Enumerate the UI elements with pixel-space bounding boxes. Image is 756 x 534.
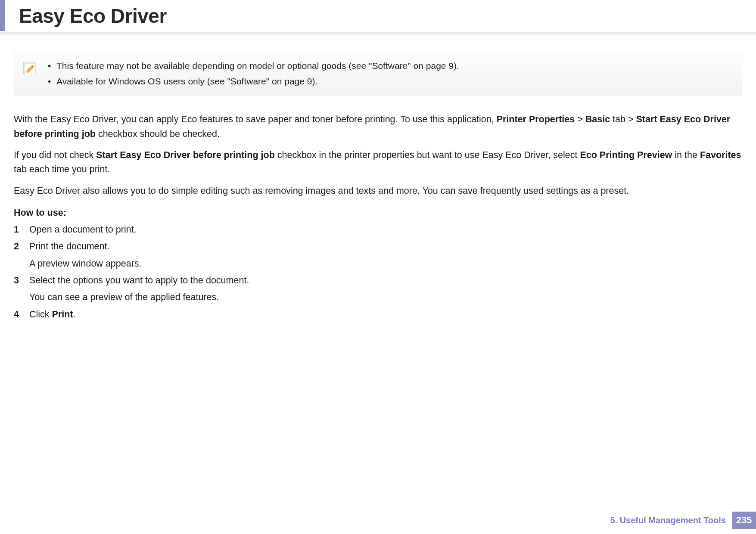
text: in the (672, 150, 700, 160)
note-pencil-icon (22, 60, 37, 75)
text: tab each time you print. (14, 164, 110, 174)
text: > (575, 114, 585, 124)
howto-heading: How to use: (14, 208, 742, 218)
step-number: 1 (14, 223, 23, 237)
step-2-sub: A preview window appears. (29, 257, 742, 271)
text: If you did not check (14, 150, 96, 160)
text: Click (29, 309, 52, 320)
text: checkbox should be checked. (96, 129, 220, 139)
ui-action-print: Print (52, 309, 73, 320)
text: checkbox in the printer properties but w… (275, 150, 580, 160)
howto-steps: 1 Open a document to print. 2 Print the … (14, 223, 742, 322)
step-number: 3 (14, 273, 23, 288)
footer-page-number: 235 (732, 512, 756, 529)
ui-path-favorites: Favorites (700, 150, 741, 160)
step-1: 1 Open a document to print. (14, 223, 742, 237)
text: tab > (610, 114, 636, 124)
intro-paragraph-3: Easy Eco Driver also allows you to do si… (14, 184, 742, 198)
text: . (73, 309, 76, 320)
step-3: 3 Select the options you want to apply t… (14, 273, 742, 288)
step-text: Print the document. (29, 239, 742, 254)
page-title: Easy Eco Driver (19, 4, 756, 28)
step-3-sub: You can see a preview of the applied fea… (29, 290, 742, 304)
step-text: Select the options you want to apply to … (29, 273, 742, 288)
step-number: 2 (14, 239, 23, 254)
step-4: 4 Click Print. (14, 307, 742, 322)
ui-path-eco-printing-preview: Eco Printing Preview (580, 150, 672, 160)
header-divider (0, 32, 756, 38)
page-footer: 5. Useful Management Tools 235 (610, 512, 756, 529)
intro-paragraph-2: If you did not check Start Easy Eco Driv… (14, 148, 742, 177)
ui-path-start-easy-eco: Start Easy Eco Driver before printing jo… (96, 150, 275, 160)
ui-path-printer-properties: Printer Properties (497, 114, 575, 124)
step-number: 4 (14, 307, 23, 322)
step-text: Click Print. (29, 307, 742, 322)
text: With the Easy Eco Driver, you can apply … (14, 114, 497, 124)
page-header: Easy Eco Driver (0, 0, 756, 31)
page-content: This feature may not be available depend… (0, 31, 756, 322)
note-callout: This feature may not be available depend… (14, 52, 742, 95)
footer-chapter-label: 5. Useful Management Tools (610, 512, 732, 529)
intro-paragraph-1: With the Easy Eco Driver, you can apply … (14, 112, 742, 141)
note-list: This feature may not be available depend… (47, 58, 459, 89)
note-item: Available for Windows OS users only (see… (47, 74, 459, 89)
note-item: This feature may not be available depend… (47, 58, 459, 74)
ui-path-basic: Basic (585, 114, 610, 124)
step-text: Open a document to print. (29, 223, 742, 237)
step-2: 2 Print the document. (14, 239, 742, 254)
